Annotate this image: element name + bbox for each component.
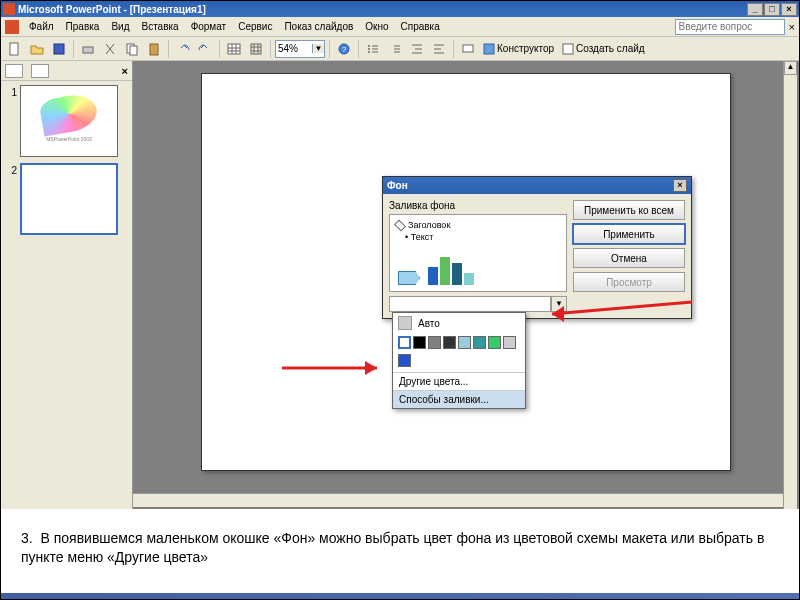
svg-point-12 [368, 51, 370, 53]
arrow-shape-icon [398, 271, 420, 285]
close-button[interactable]: × [781, 3, 797, 16]
thumb-row-2[interactable]: 2 [5, 163, 128, 235]
cut-icon[interactable] [100, 39, 120, 59]
table-icon[interactable] [224, 39, 244, 59]
thumb-tabs: × [1, 61, 132, 81]
color-swatch[interactable] [398, 336, 411, 349]
thumb-row-1[interactable]: 1 MSPowerPoint 2003 [5, 85, 128, 157]
more-colors-item[interactable]: Другие цвета... [393, 372, 525, 390]
svg-rect-2 [83, 47, 93, 53]
svg-rect-14 [484, 44, 494, 54]
svg-marker-19 [365, 361, 377, 375]
menu-format[interactable]: Формат [185, 19, 233, 34]
svg-rect-4 [130, 46, 137, 55]
menu-window[interactable]: Окно [359, 19, 394, 34]
new-icon[interactable] [5, 39, 25, 59]
menu-file[interactable]: Файл [23, 19, 60, 34]
vertical-scrollbar[interactable]: ▲ [783, 61, 797, 509]
doc-icon [5, 20, 19, 34]
menubar: Файл Правка Вид Вставка Формат Сервис По… [1, 17, 799, 37]
doc-close-button[interactable]: × [789, 21, 795, 33]
paste-icon[interactable] [144, 39, 164, 59]
color-swatch[interactable] [398, 354, 411, 367]
panel-close-icon[interactable]: × [122, 65, 128, 77]
cancel-button[interactable]: Отмена [573, 248, 685, 268]
apply-all-button[interactable]: Применить ко всем [573, 200, 685, 220]
menu-edit[interactable]: Правка [60, 19, 106, 34]
help-icon[interactable]: ? [334, 39, 354, 59]
bullets-icon[interactable] [363, 39, 383, 59]
svg-rect-7 [251, 44, 261, 54]
save-icon[interactable] [49, 39, 69, 59]
fill-color-dropdown[interactable]: ▼ [389, 296, 567, 312]
slide-area: Фон × Заливка фона Заголовок • Текст [133, 61, 799, 509]
recent-colors [393, 352, 525, 372]
slide-canvas[interactable]: Фон × Заливка фона Заголовок • Текст [201, 73, 731, 471]
color-swatch[interactable] [413, 336, 426, 349]
restore-button[interactable]: □ [764, 3, 780, 16]
color-popup: Авто Другие цвета. [392, 312, 526, 409]
color-swatch[interactable] [428, 336, 441, 349]
svg-rect-6 [228, 44, 240, 54]
copy-icon[interactable] [122, 39, 142, 59]
indent-right-icon[interactable] [429, 39, 449, 59]
thumbnail-list: 1 MSPowerPoint 2003 2 [1, 81, 132, 509]
svg-rect-5 [150, 44, 158, 55]
undo-icon[interactable] [173, 39, 193, 59]
menu-help[interactable]: Справка [395, 19, 446, 34]
color-swatch[interactable] [458, 336, 471, 349]
annotation-arrow-2 [282, 358, 392, 378]
color-swatches [393, 333, 525, 352]
svg-point-10 [368, 45, 370, 47]
auto-color-row[interactable]: Авто [393, 313, 525, 333]
menu-service[interactable]: Сервис [232, 19, 278, 34]
menu-insert[interactable]: Вставка [135, 19, 184, 34]
menu-slideshow[interactable]: Показ слайдов [278, 19, 359, 34]
color-swatch[interactable] [488, 336, 501, 349]
help-search-input[interactable] [675, 19, 785, 35]
minimize-button[interactable]: _ [747, 3, 763, 16]
horizontal-scrollbar[interactable] [133, 493, 783, 507]
titlebar: Microsoft PowerPoint - [Презентация1] _ … [1, 1, 799, 17]
caption-text: 3. В появившемся маленьком окошке «Фон» … [21, 529, 781, 567]
grid-icon[interactable] [246, 39, 266, 59]
fill-preview: Заголовок • Текст [389, 214, 567, 292]
scroll-up-icon[interactable]: ▲ [784, 61, 797, 75]
numbering-icon[interactable] [385, 39, 405, 59]
footer-stripe [1, 593, 799, 599]
auto-swatch-icon [398, 316, 412, 330]
new-slide-button[interactable]: Создать слайд [559, 43, 648, 55]
dialog-titlebar[interactable]: Фон × [383, 177, 691, 194]
background-dialog: Фон × Заливка фона Заголовок • Текст [382, 176, 692, 319]
color-swatch[interactable] [503, 336, 516, 349]
dropdown-arrow-icon[interactable]: ▼ [551, 296, 567, 312]
app-icon [3, 3, 15, 15]
slideshow-icon[interactable] [458, 39, 478, 59]
thumb-num: 1 [5, 85, 17, 98]
fill-methods-item[interactable]: Способы заливки... [393, 390, 525, 408]
dialog-title-text: Фон [387, 180, 408, 191]
print-icon[interactable] [78, 39, 98, 59]
dialog-close-button[interactable]: × [673, 179, 687, 192]
thumb-slide-2[interactable] [20, 163, 118, 235]
zoom-input[interactable] [276, 43, 312, 54]
menu-view[interactable]: Вид [105, 19, 135, 34]
indent-left-icon[interactable] [407, 39, 427, 59]
redo-icon[interactable] [195, 39, 215, 59]
workspace: × 1 MSPowerPoint 2003 2 [1, 61, 799, 509]
tab-outline-icon[interactable] [31, 64, 49, 78]
preview-button[interactable]: Просмотр [573, 272, 685, 292]
thumb-slide-1[interactable]: MSPowerPoint 2003 [20, 85, 118, 157]
svg-rect-15 [563, 44, 573, 54]
color-swatch[interactable] [443, 336, 456, 349]
tab-slides-icon[interactable] [5, 64, 23, 78]
color-fan-icon [38, 91, 99, 136]
color-swatch[interactable] [473, 336, 486, 349]
designer-button[interactable]: Конструктор [480, 43, 557, 55]
zoom-combo[interactable]: ▼ [275, 40, 325, 58]
open-icon[interactable] [27, 39, 47, 59]
title-text: Microsoft PowerPoint - [Презентация1] [18, 4, 206, 15]
zoom-dropdown-icon[interactable]: ▼ [312, 44, 324, 53]
apply-button[interactable]: Применить [573, 224, 685, 244]
chart-icon [428, 255, 474, 285]
